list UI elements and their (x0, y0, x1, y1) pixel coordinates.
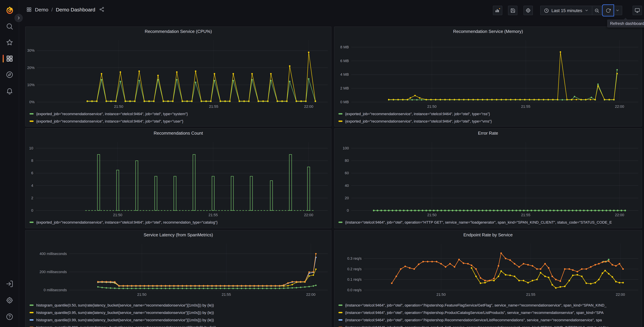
legend-item[interactable]: {instance="otelcol:9464", job="otel", op… (338, 309, 640, 316)
sign-in-icon (6, 280, 14, 288)
svg-text:0.2 req/s: 0.2 req/s (347, 267, 362, 271)
legend-series-label: {exported_job="recommendationservice", i… (345, 119, 492, 123)
legend-series-swatch (338, 319, 342, 320)
count-bar-plot[interactable]: 21:5021:5522:000246810 (26, 137, 331, 219)
memory-time-series-plot[interactable]: 21:5021:5522:000 MB2 MB4 MB6 MB8 MB (334, 36, 642, 111)
panel-service-latency: Service Latency (from SpanMetrics) 21:50… (25, 230, 332, 327)
error-rate-plot[interactable]: 21:5021:5522:00020406080100 (334, 137, 642, 219)
share-dashboard-button[interactable] (99, 7, 104, 12)
refresh-dashboard-button[interactable] (603, 6, 613, 15)
legend-item[interactable]: histogram_quantile(0.999, sum(rate(laten… (30, 324, 330, 327)
panel-title: Recommendation Service (Memory) (453, 29, 523, 34)
legend-item[interactable]: {exported_job="recommendationservice", i… (30, 110, 330, 118)
save-dashboard-button[interactable] (508, 6, 518, 15)
zoom-out-time-button[interactable] (592, 6, 602, 15)
legend-series-label: {instance="otelcol:9464", job="otel", op… (345, 318, 602, 322)
legend-item[interactable]: histogram_quantile(0.50, sum(rate(latenc… (30, 302, 330, 309)
panel-recommendation-memory: Recommendation Service (Memory) 21:5021:… (334, 26, 642, 126)
panel-recommendation-cpu: Recommendation Service (CPU%) 21:5021:55… (25, 26, 332, 126)
chevron-right-icon (16, 16, 21, 20)
legend-series-label: {exported_job="recommendationservice", i… (36, 112, 188, 116)
panel-legend: {instance="otelcol:9464", job="otel", op… (338, 302, 640, 327)
active-section-indicator (3, 55, 4, 62)
explore-compass-icon (6, 71, 14, 78)
legend-item[interactable]: histogram_quantile(0.95, sum(rate(latenc… (30, 309, 330, 316)
kiosk-mode-button[interactable] (632, 6, 642, 15)
refresh-interval-dropdown[interactable] (613, 6, 622, 15)
svg-text:21:55: 21:55 (209, 104, 218, 108)
legend-item[interactable]: {instance="otelcol:9464", job="otel", op… (338, 316, 640, 324)
svg-text:0 MB: 0 MB (340, 100, 349, 104)
legend-item[interactable]: {exported_job="recommendationservice", i… (30, 118, 330, 125)
time-range-picker[interactable]: Last 15 minutes (540, 6, 592, 15)
monitor-icon (634, 8, 640, 13)
endpoint-rate-plot[interactable]: 21:5021:5522:000.0 req/s0.1 req/s0.2 req… (334, 239, 642, 299)
legend-item[interactable]: histogram_quantile(0.99, sum(rate(latenc… (30, 316, 330, 324)
legend-series-swatch (30, 304, 34, 306)
svg-text:22:00: 22:00 (304, 213, 313, 217)
expand-sidebar-button[interactable] (14, 14, 23, 22)
legend-series-swatch (30, 319, 34, 320)
panel-title-menu[interactable]: Recommendation Service (Memory) (334, 27, 642, 36)
breadcrumb-separator: / (51, 6, 53, 12)
legend-item[interactable]: {exported_job="recommendationservice", i… (338, 110, 640, 118)
sidebar-item-help[interactable] (6, 313, 14, 320)
svg-text:0.3 req/s: 0.3 req/s (347, 256, 362, 260)
panel-title: Recommendations Count (154, 130, 203, 136)
sidebar-item-configuration[interactable] (6, 296, 14, 304)
svg-text:80: 80 (345, 158, 349, 163)
svg-text:21:50: 21:50 (114, 104, 123, 108)
grafana-logo-icon[interactable] (5, 5, 15, 15)
breadcrumb-folder[interactable]: Demo (35, 6, 48, 12)
cpu-time-series-plot[interactable]: 21:5021:5522:000%10%20%30% (26, 36, 331, 111)
panel-title: Recommendation Service (CPU%) (145, 29, 212, 34)
panel-endpoint-rate: Endpoint Rate by Service 21:5021:5522:00… (334, 230, 642, 327)
refresh-tooltip: Refresh dashboard (607, 20, 644, 28)
legend-series-label: {instance="otelcol:9464", job="otel", op… (345, 325, 609, 327)
sidebar-item-dashboards[interactable] (6, 55, 14, 62)
legend-series-swatch (338, 113, 342, 114)
top-bar: Demo / Demo Dashboard (19, 0, 644, 19)
svg-text:8: 8 (31, 158, 33, 163)
legend-item[interactable]: {instance="otelcol:9464", job="otel", op… (338, 302, 640, 309)
legend-item[interactable]: {exported_job="recommendationservice", i… (30, 218, 330, 226)
svg-text:100: 100 (343, 146, 349, 150)
sidebar-item-sign-in[interactable] (6, 280, 14, 288)
panel-legend: {exported_job="recommendationservice", i… (30, 110, 330, 125)
sidebar-item-search[interactable] (6, 22, 14, 30)
legend-series-label: histogram_quantile(0.999, sum(rate(laten… (36, 325, 216, 327)
chevron-down-icon (584, 8, 588, 12)
grafana-app: Demo / Demo Dashboard (0, 0, 644, 327)
sidebar-item-alerting[interactable] (6, 87, 14, 95)
legend-series-label: {instance="otelcol:9464", job="otel", op… (345, 303, 606, 307)
legend-item[interactable]: {instance="otelcol:9464", job="otel", op… (338, 218, 640, 226)
legend-item[interactable]: {instance="otelcol:9464", job="otel", op… (338, 324, 640, 327)
dashboards-grid-icon (6, 55, 14, 62)
sidebar-item-starred[interactable] (6, 38, 14, 46)
svg-text:0: 0 (347, 208, 349, 212)
panel-title-menu[interactable]: Endpoint Rate by Service (334, 230, 642, 239)
svg-text:0.0 req/s: 0.0 req/s (347, 288, 362, 292)
svg-text:6 MB: 6 MB (340, 59, 349, 63)
dashboard-settings-button[interactable] (524, 6, 533, 15)
star-icon (6, 38, 14, 46)
svg-text:0.1 req/s: 0.1 req/s (347, 277, 362, 282)
latency-time-series-plot[interactable]: 21:5021:5522:000 milliseconds200 millise… (26, 239, 331, 299)
panel-title-menu[interactable]: Service Latency (from SpanMetrics) (26, 230, 331, 239)
svg-text:21:50: 21:50 (427, 104, 436, 108)
sidebar-item-explore[interactable] (6, 71, 14, 78)
panel-legend: {exported_job="recommendationservice", i… (338, 110, 640, 125)
svg-text:20%: 20% (27, 66, 34, 70)
legend-series-label: histogram_quantile(0.99, sum(rate(latenc… (36, 318, 214, 322)
settings-gear-icon (6, 296, 14, 304)
legend-item[interactable]: {exported_job="recommendationservice", i… (338, 118, 640, 125)
panel-legend: {instance="otelcol:9464", job="otel", op… (338, 218, 640, 226)
panel-title-menu[interactable]: Recommendation Service (CPU%) (26, 27, 331, 36)
panel-title-menu[interactable]: Recommendations Count (26, 128, 331, 137)
alerting-bell-icon (6, 87, 14, 95)
svg-text:200 milliseconds: 200 milliseconds (40, 270, 67, 274)
add-panel-button[interactable] (493, 6, 502, 15)
panel-title-menu[interactable]: Error Rate (334, 128, 642, 137)
svg-text:0%: 0% (29, 100, 34, 104)
panel-title: Endpoint Rate by Service (463, 232, 512, 237)
